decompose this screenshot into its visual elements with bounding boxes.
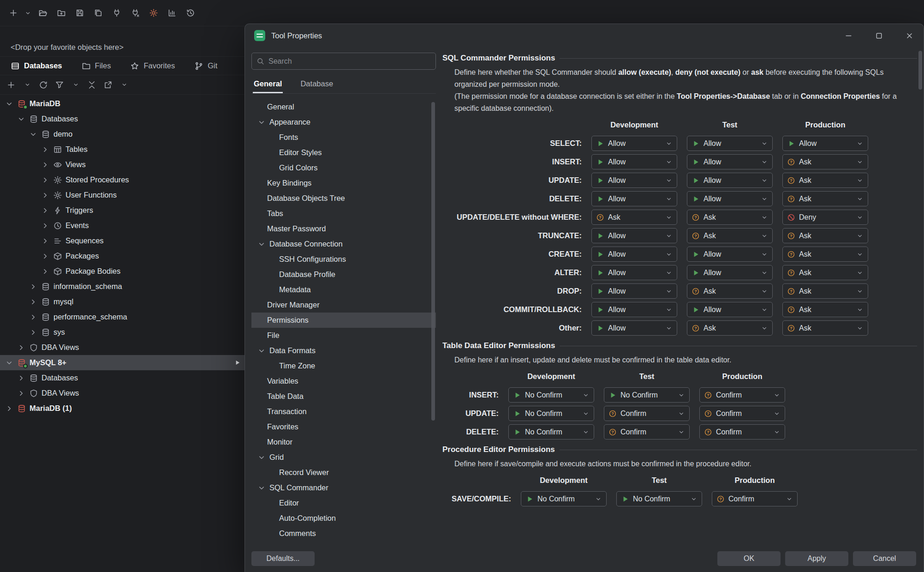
settings-item-database-profile[interactable]: Database Profile — [251, 267, 436, 282]
settings-item-auto-completion[interactable]: Auto-Completion — [251, 511, 436, 526]
settings-item-data-formats[interactable]: Data Formats — [251, 343, 436, 358]
plus-button[interactable] — [4, 78, 18, 92]
tree-item-information-schema[interactable]: information_schema — [0, 279, 244, 294]
settings-item-table-data[interactable]: Table Data — [251, 389, 436, 404]
perm-dropdown-insert-test[interactable]: No Confirm — [604, 387, 690, 403]
perm-dropdown-delete-production[interactable]: ?Ask — [782, 191, 868, 206]
settings-item-transaction[interactable]: Transaction — [251, 404, 436, 419]
minimize-button[interactable] — [843, 30, 853, 41]
settings-item-permissions[interactable]: Permissions — [251, 313, 436, 328]
perm-dropdown-commit-rollback-test[interactable]: Allow — [687, 302, 773, 317]
tab-files[interactable]: Files — [82, 57, 111, 75]
tree-item-dba-views[interactable]: DBA Views — [0, 385, 244, 401]
perm-dropdown-alter-development[interactable]: Allow — [591, 265, 677, 280]
perm-dropdown-delete-test[interactable]: Allow — [687, 191, 773, 206]
perm-dropdown-commit-rollback-development[interactable]: Allow — [591, 302, 677, 317]
collapse-button[interactable] — [85, 78, 99, 92]
chart-button[interactable] — [164, 6, 179, 21]
dialog-tab-general[interactable]: General — [253, 76, 283, 93]
chevron-down-button[interactable] — [117, 78, 131, 92]
tab-databases[interactable]: Databases — [11, 57, 62, 75]
ok-button[interactable]: OK — [717, 551, 781, 566]
perm-dropdown-truncate-production[interactable]: ?Ask — [782, 228, 868, 243]
perm-dropdown-insert-production[interactable]: ?Ask — [782, 154, 868, 169]
funnel-button[interactable] — [53, 78, 66, 92]
tab-favorites[interactable]: Favorites — [130, 57, 175, 75]
open-new-button[interactable] — [101, 78, 115, 92]
perm-dropdown-select-test[interactable]: Allow — [687, 136, 773, 151]
folder-new-button[interactable] — [54, 6, 69, 21]
tab-git[interactable]: Git — [194, 57, 217, 75]
tree-item-databases[interactable]: Databases — [0, 111, 244, 126]
plug-connect-button[interactable] — [127, 6, 143, 21]
tree-item-mysql-8[interactable]: MySQL 8+ — [0, 355, 244, 370]
perm-dropdown-select-development[interactable]: Allow — [591, 136, 677, 151]
perm-dropdown-insert-production[interactable]: ?Confirm — [699, 387, 785, 403]
settings-item-result-sets[interactable]: Result Sets — [251, 541, 436, 545]
perm-dropdown-save-compile-test[interactable]: No Confirm — [616, 491, 702, 506]
settings-item-driver-manager[interactable]: Driver Manager — [251, 297, 436, 313]
perm-dropdown-create-development[interactable]: Allow — [591, 247, 677, 262]
perm-dropdown-delete-test[interactable]: ?Confirm — [604, 424, 690, 440]
tree-item-mariadb[interactable]: MariaDB — [0, 96, 244, 111]
perm-dropdown-update-development[interactable]: Allow — [591, 173, 677, 188]
perm-dropdown-truncate-test[interactable]: ?Ask — [687, 228, 773, 243]
perm-dropdown-drop-development[interactable]: Allow — [591, 283, 677, 299]
settings-item-appearance[interactable]: Appearance — [251, 114, 436, 130]
tree-item-package-bodies[interactable]: Package Bodies — [0, 264, 244, 279]
tree-item-dba-views[interactable]: DBA Views — [0, 340, 244, 355]
tree-item-views[interactable]: Views — [0, 157, 244, 172]
chevron-down-button[interactable] — [20, 78, 34, 92]
plug-button[interactable] — [109, 6, 124, 21]
perm-dropdown-insert-test[interactable]: Allow — [687, 154, 773, 169]
perm-dropdown-update-production[interactable]: ?Confirm — [699, 406, 785, 421]
dialog-titlebar[interactable]: Tool Properties — [245, 24, 924, 47]
tree-item-triggers[interactable]: Triggers — [0, 203, 244, 218]
settings-item-grid-colors[interactable]: Grid Colors — [251, 160, 436, 175]
settings-item-editor[interactable]: Editor — [251, 495, 436, 511]
tree-item-databases[interactable]: Databases — [0, 370, 244, 385]
perm-dropdown-update-delete-without-where-production[interactable]: Deny — [782, 210, 868, 225]
folder-open-button[interactable] — [35, 6, 50, 21]
tree-item-events[interactable]: Events — [0, 218, 244, 233]
settings-item-record-viewer[interactable]: Record Viewer — [251, 465, 436, 480]
settings-item-tabs[interactable]: Tabs — [251, 206, 436, 221]
settings-item-monitor[interactable]: Monitor — [251, 434, 436, 450]
save-button[interactable] — [72, 6, 87, 21]
settings-item-database-objects-tree[interactable]: Database Objects Tree — [251, 191, 436, 206]
perm-dropdown-insert-development[interactable]: Allow — [591, 154, 677, 169]
refresh-button[interactable] — [36, 78, 50, 92]
gear-button[interactable] — [146, 6, 161, 21]
perm-dropdown-update-test[interactable]: Allow — [687, 173, 773, 188]
settings-item-key-bindings[interactable]: Key Bindings — [251, 175, 436, 191]
perm-dropdown-create-test[interactable]: Allow — [687, 247, 773, 262]
perm-dropdown-other-development[interactable]: Allow — [591, 320, 677, 336]
settings-item-variables[interactable]: Variables — [251, 373, 436, 389]
maximize-button[interactable] — [874, 30, 884, 41]
tree-item-demo[interactable]: demo — [0, 126, 244, 142]
tree-item-tables[interactable]: Tables — [0, 142, 244, 157]
settings-item-ssh-configurations[interactable]: SSH Configurations — [251, 252, 436, 267]
settings-item-metadata[interactable]: Metadata — [251, 282, 436, 297]
settings-item-fonts[interactable]: Fonts — [251, 130, 436, 145]
save-all-button[interactable] — [90, 6, 106, 21]
perm-dropdown-alter-test[interactable]: Allow — [687, 265, 773, 280]
apply-button[interactable]: Apply — [785, 551, 848, 566]
perm-dropdown-update-test[interactable]: ?Confirm — [604, 406, 690, 421]
perm-dropdown-insert-development[interactable]: No Confirm — [508, 387, 594, 403]
perm-dropdown-delete-production[interactable]: ?Confirm — [699, 424, 785, 440]
perm-dropdown-other-test[interactable]: ?Ask — [687, 320, 773, 336]
perm-dropdown-update-delete-without-where-development[interactable]: ?Ask — [591, 210, 677, 225]
tree-item-mariadb-1[interactable]: MariaDB (1) — [0, 401, 244, 416]
tree-item-packages[interactable]: Packages — [0, 248, 244, 264]
settings-item-general[interactable]: General — [251, 99, 436, 114]
settings-item-comments[interactable]: Comments — [251, 526, 436, 541]
settings-item-master-password[interactable]: Master Password — [251, 221, 436, 236]
settings-item-sql-commander[interactable]: SQL Commander — [251, 480, 436, 495]
tree-item-performance-schema[interactable]: performance_schema — [0, 309, 244, 325]
settings-scrollbar[interactable] — [431, 102, 435, 421]
dialog-tab-database[interactable]: Database — [299, 76, 334, 93]
search-input[interactable]: Search — [251, 53, 436, 70]
tree-item-sequences[interactable]: Sequences — [0, 233, 244, 248]
perm-dropdown-drop-test[interactable]: ?Ask — [687, 283, 773, 299]
